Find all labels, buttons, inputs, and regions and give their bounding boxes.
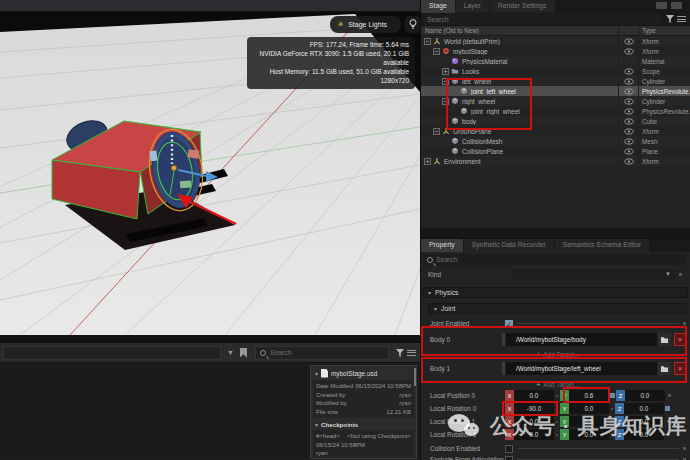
expand-toggle[interactable]: − xyxy=(433,48,440,55)
visibility-eye-icon[interactable] xyxy=(618,146,638,156)
section-joint[interactable]: ▾ Joint xyxy=(428,303,687,314)
content-search-input[interactable]: Search xyxy=(255,346,389,360)
tree-row-right-wheel[interactable]: −right_wheelCylinder xyxy=(421,96,690,106)
tree-row-mybotstage[interactable]: −mybotStageXform xyxy=(421,46,690,56)
local-position-1-y-field[interactable]: 0.0 xyxy=(569,416,609,427)
body1-browse-button[interactable] xyxy=(658,362,671,375)
column-type-label[interactable]: Type xyxy=(638,26,690,35)
local-position-1-z-field[interactable]: 0.0 xyxy=(624,416,664,427)
joint-enabled-checkbox[interactable]: ✓ xyxy=(505,320,513,328)
visibility-eye-icon[interactable] xyxy=(618,96,638,106)
local-rotation-0-z-field[interactable]: 0.0 xyxy=(624,403,664,414)
body0-path-field[interactable]: /World/mybotStage/body xyxy=(506,333,657,346)
prim-label: Looks xyxy=(462,68,479,75)
visibility-eye-icon[interactable] xyxy=(618,126,638,136)
axis-badge-y: Y xyxy=(560,429,569,440)
prim-label: left_wheel xyxy=(462,78,491,85)
dock-options[interactable] xyxy=(656,2,682,9)
tree-row-joint-left-wheel[interactable]: −joint_left_wheelPhysicsRevolute. xyxy=(421,86,690,96)
tree-row-world-defaultprim[interactable]: −World (defaultPrim)Xform xyxy=(421,36,690,46)
tree-row-environment[interactable]: +EnvironmentXform xyxy=(421,156,690,166)
content-view-button[interactable] xyxy=(407,348,416,357)
collision-enabled-checkbox[interactable] xyxy=(505,445,513,453)
local-position-0-y-field[interactable]: 0.6 xyxy=(569,390,609,401)
tree-row-looks[interactable]: +LooksScope xyxy=(421,66,690,76)
stage-menu-button[interactable] xyxy=(677,15,686,24)
tab-semantics-schema-editor[interactable]: Semantics Schema Editor xyxy=(555,239,649,252)
link-marker xyxy=(665,406,670,411)
tree-row-joint-right-wheel[interactable]: −joint_right_wheelPhysicsRevolute. xyxy=(421,106,690,116)
body1-remove-button[interactable]: × xyxy=(674,362,686,375)
stage-filter-button[interactable] xyxy=(663,15,677,23)
prim-type: Cylinder xyxy=(638,96,690,106)
expand-toggle[interactable]: + xyxy=(424,158,431,165)
tab-property[interactable]: Property xyxy=(421,239,463,252)
exclude-articulation-checkbox[interactable] xyxy=(505,456,513,460)
expand-toggle[interactable]: − xyxy=(442,78,449,85)
expand-toggle[interactable]: − xyxy=(424,38,431,45)
path-field[interactable] xyxy=(3,346,221,360)
visibility-eye-icon[interactable] xyxy=(618,66,638,76)
tab-synthetic-data-recorder[interactable]: Synthetic Data Recorder xyxy=(464,239,554,252)
tree-row-collisionmesh[interactable]: −CollisionMeshMesh xyxy=(421,136,690,146)
tab-render-settings[interactable]: Render Settings xyxy=(490,0,555,13)
lighting-mode-button[interactable] xyxy=(405,16,420,33)
visibility-eye-icon[interactable] xyxy=(618,36,638,46)
file-details-header[interactable]: ▾ mybotStage.usd xyxy=(311,366,416,380)
visibility-eye-icon[interactable] xyxy=(618,116,638,126)
tree-row-collisionplane[interactable]: −CollisionPlanePlane xyxy=(421,146,690,156)
visibility-eye-icon[interactable] xyxy=(618,76,638,86)
expand-toggle[interactable]: + xyxy=(442,68,449,75)
visibility-eye-icon[interactable] xyxy=(618,106,638,116)
add-target-button-1[interactable]: + Add Target... xyxy=(430,380,686,389)
checkpoint-entry[interactable]: #<head>. <Not using Checkpoint> 06/15/24… xyxy=(313,430,414,459)
bookmark-icon[interactable] xyxy=(240,348,247,358)
prim-type: Cylinder xyxy=(638,76,690,86)
tree-row-left-wheel[interactable]: −left_wheelCylinder xyxy=(421,76,690,86)
column-visibility[interactable] xyxy=(618,26,638,35)
column-name-label[interactable]: Name (Old to New) xyxy=(421,27,618,34)
visibility-eye-icon[interactable] xyxy=(618,136,638,146)
viewport-3d[interactable]: ☀ Stage Lights FPS: 177.24, Frame time: … xyxy=(0,0,420,335)
filter-icon xyxy=(396,349,404,357)
visibility-eye-icon[interactable] xyxy=(618,46,638,56)
add-target-button-0[interactable]: + Add Target... xyxy=(430,350,686,359)
panel-splitter[interactable] xyxy=(421,228,690,238)
section-physics[interactable]: ▾ Physics xyxy=(422,287,688,298)
expand-toggle[interactable]: − xyxy=(433,128,440,135)
local-position-1-x-field[interactable]: 0.0 xyxy=(514,416,554,427)
path-dropdown-icon[interactable]: ▼ xyxy=(227,349,234,356)
property-tab-bar: PropertySynthetic Data RecorderSemantics… xyxy=(421,239,690,252)
tab-stage[interactable]: Stage xyxy=(421,0,455,13)
checkpoints-header[interactable]: ▾ Checkpoints xyxy=(311,418,416,430)
tree-row-body[interactable]: −bodyCube xyxy=(421,116,690,126)
body0-remove-button[interactable]: × xyxy=(674,333,686,346)
property-search-input[interactable]: Search xyxy=(423,254,687,265)
viewport-tab-bar xyxy=(0,0,420,12)
body0-browse-button[interactable] xyxy=(658,333,671,346)
axis-badge-z: Z xyxy=(615,429,624,440)
local-rotation-1-y-field[interactable]: 0.0 xyxy=(569,429,609,440)
local-rotation-1-z-field[interactable]: 0.0 xyxy=(624,429,664,440)
prim-type: Scope xyxy=(638,66,690,76)
local-rotation-0-x-field[interactable]: -90.0 xyxy=(514,403,554,414)
local-position-0-z-field[interactable]: 0.0 xyxy=(625,390,665,401)
local-position-0-x-field[interactable]: 0.0 xyxy=(514,390,554,401)
tab-layer[interactable]: Layer xyxy=(456,0,489,13)
expand-toggle[interactable]: − xyxy=(442,98,449,105)
local-rotation-1-x-field[interactable]: 0.0 xyxy=(514,429,554,440)
stage-lights-button[interactable]: ☀ Stage Lights xyxy=(330,16,401,33)
axis-badge-y: Y xyxy=(560,390,569,401)
visibility-eye-icon[interactable] xyxy=(618,86,638,96)
body1-path-field[interactable]: /World/mybotStage/left_wheel xyxy=(506,362,657,375)
tree-row-physicsmaterial[interactable]: −PhysicsMaterialMaterial xyxy=(421,56,690,66)
axis-badge-z: Z xyxy=(616,390,625,401)
kind-dropdown[interactable]: ▼ xyxy=(512,269,675,280)
content-filter-button[interactable] xyxy=(393,349,407,357)
visibility-eye-icon[interactable] xyxy=(618,156,638,166)
content-browser-grid[interactable]: ▾ mybotStage.usd Date Modified06/15/2024… xyxy=(0,363,420,459)
stage-search-input[interactable]: Search xyxy=(423,14,661,25)
local-rotation-0-y-field[interactable]: 0.0 xyxy=(569,403,609,414)
tree-row-groundplane[interactable]: −GroundPlaneXform xyxy=(421,126,690,136)
details-scrollbar[interactable] xyxy=(414,368,416,386)
